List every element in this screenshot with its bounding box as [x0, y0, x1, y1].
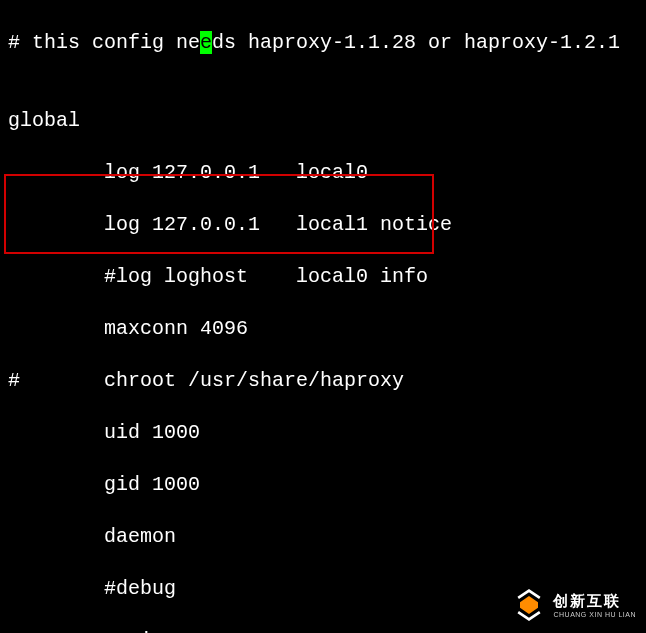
config-line-log: log 127.0.0.1 local1 notice: [8, 212, 638, 238]
cursor-position: e: [200, 31, 212, 54]
config-line-daemon: daemon: [8, 524, 638, 550]
watermark-text: 创新互联 CHUANG XIN HU LIAN: [553, 591, 636, 620]
config-line-log: log 127.0.0.1 local0: [8, 160, 638, 186]
config-line-maxconn: maxconn 4096: [8, 316, 638, 342]
watermark-logo-icon: [511, 587, 547, 623]
config-line-uid: uid 1000: [8, 420, 638, 446]
watermark: 创新互联 CHUANG XIN HU LIAN: [511, 587, 636, 623]
config-line-comment: # this config needs haproxy-1.1.28 or ha…: [8, 30, 638, 56]
config-section-global: global: [8, 108, 638, 134]
config-line-log-comment: #log loghost local0 info: [8, 264, 638, 290]
config-line-chroot-comment: # chroot /usr/share/haproxy: [8, 368, 638, 394]
watermark-brand-cn: 创新互联: [553, 591, 636, 611]
config-line-quiet-comment: #quiet: [8, 628, 638, 633]
config-line-gid: gid 1000: [8, 472, 638, 498]
terminal-output: # this config needs haproxy-1.1.28 or ha…: [0, 0, 646, 633]
watermark-brand-en: CHUANG XIN HU LIAN: [553, 610, 636, 619]
